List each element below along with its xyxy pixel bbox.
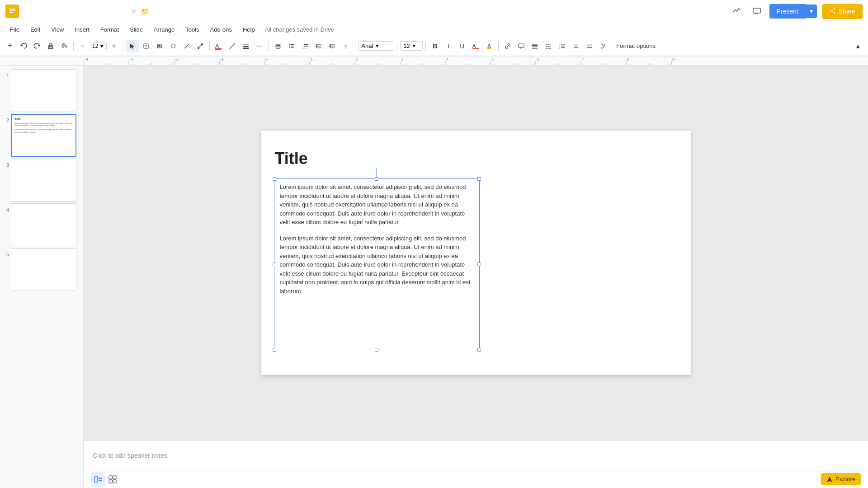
toolbar-num-list[interactable]: 123 <box>556 40 568 52</box>
separator-6 <box>397 42 397 51</box>
toolbar-image-tool[interactable] <box>153 40 166 52</box>
svg-line-9 <box>831 11 835 13</box>
svg-point-19 <box>171 44 175 48</box>
filmstrip-view-button[interactable] <box>91 472 105 487</box>
toolbar-add-button[interactable]: + <box>4 40 16 52</box>
svg-rect-2 <box>9 10 15 11</box>
format-options-button[interactable]: Format options <box>612 41 660 51</box>
toolbar-numbers[interactable]: 1.2.3. <box>299 40 311 52</box>
slide-thumbnail-5[interactable] <box>11 248 76 291</box>
present-dropdown-button[interactable]: ▼ <box>806 5 817 18</box>
toolbar-line-dash[interactable] <box>253 40 266 52</box>
handle-top-left[interactable] <box>273 177 276 181</box>
slide-thumbnail-4[interactable] <box>11 203 76 246</box>
menu-help[interactable]: Help <box>238 24 259 35</box>
svg-rect-30 <box>275 44 281 45</box>
slide-number-2: 2 <box>2 117 9 123</box>
activity-icon[interactable] <box>730 4 744 19</box>
handle-bottom-center[interactable] <box>375 348 378 352</box>
slide-thumbnail-1[interactable] <box>11 69 76 112</box>
slide-thumb-container-5: 5 <box>2 248 81 291</box>
handle-bottom-right[interactable] <box>477 348 481 352</box>
toolbar-indent-less[interactable] <box>312 40 325 52</box>
menu-edit[interactable]: Edit <box>26 24 45 35</box>
svg-rect-4 <box>753 8 760 13</box>
toolbar-collapse[interactable]: ▲ <box>852 40 864 52</box>
toolbar-indent-more[interactable] <box>326 40 339 52</box>
slide-title-text[interactable]: Title <box>275 149 308 168</box>
separator-4 <box>269 42 269 51</box>
toolbar-special[interactable]: 𝓨 <box>340 40 352 52</box>
font-selector[interactable]: Arial ▼ <box>358 41 394 51</box>
comments-icon[interactable] <box>750 4 764 19</box>
toolbar-line-weight[interactable] <box>240 40 252 52</box>
menu-tools[interactable]: Tools <box>181 24 203 35</box>
toolbar-comment[interactable] <box>515 40 528 52</box>
star-icon[interactable]: ☆ <box>131 8 137 15</box>
presentation-title[interactable]: Untitled presentation <box>23 7 127 16</box>
toolbar-line-color[interactable] <box>226 40 239 52</box>
toolbar-link[interactable] <box>501 40 514 52</box>
slide-thumb-container-3: 3 <box>2 159 81 202</box>
toolbar-indent1[interactable] <box>569 40 582 52</box>
toolbar-zoom-out[interactable]: − <box>76 40 89 52</box>
handle-bottom-left[interactable] <box>273 348 276 352</box>
svg-point-22 <box>202 43 203 45</box>
notes-area[interactable]: Click to add speaker notes <box>84 441 868 470</box>
svg-rect-41 <box>304 44 308 45</box>
menu-view[interactable]: View <box>47 24 68 35</box>
slide-thumbnail-2[interactable]: Title Lorem ipsum dolor sit amet, consec… <box>11 114 76 157</box>
slide-panel: 1 2 Title Lorem ipsum dolor sit amet, co… <box>0 66 84 488</box>
explore-button[interactable]: Explore <box>821 473 861 485</box>
toolbar-clear-format[interactable]: 𝓨 <box>596 40 609 52</box>
toolbar-bullets[interactable] <box>285 40 298 52</box>
toolbar-paint-button[interactable] <box>58 40 71 52</box>
toolbar-cursor-tool[interactable] <box>126 40 139 52</box>
zoom-selector[interactable]: 12▼ <box>90 42 107 50</box>
toolbar-fill-color[interactable]: A <box>212 40 225 52</box>
font-size-selector[interactable]: 12 ▼ <box>400 41 423 51</box>
slide-container[interactable]: Title Lorem ipsum dol <box>261 131 691 375</box>
toolbar-text-tool[interactable] <box>140 40 152 52</box>
toolbar-align[interactable] <box>272 40 284 52</box>
svg-marker-57 <box>488 44 491 47</box>
menu-addons[interactable]: Add-ons <box>206 24 236 35</box>
toolbar-text-align[interactable] <box>528 40 541 52</box>
toolbar-underline[interactable]: U <box>456 40 468 52</box>
menu-arrange[interactable]: Arrange <box>149 24 179 35</box>
slide-paragraph-2: Lorem ipsum dolor sit amet, consectetur … <box>280 234 474 296</box>
slide-text-box[interactable]: Lorem ipsum dolor sit amet, consectetur … <box>274 178 480 350</box>
toolbar-line-tool[interactable] <box>180 40 193 52</box>
handle-middle-right[interactable] <box>477 263 481 266</box>
slide-thumbnail-3[interactable] <box>11 159 76 202</box>
menu-file[interactable]: File <box>5 24 24 35</box>
toolbar-shapes-tool[interactable] <box>167 40 179 52</box>
toolbar-connector-tool[interactable] <box>194 40 207 52</box>
toolbar-bullet-list[interactable] <box>542 40 555 52</box>
toolbar-italic[interactable]: I <box>442 40 455 52</box>
svg-line-25 <box>230 43 235 49</box>
notes-placeholder-text[interactable]: Click to add speaker notes <box>93 452 167 459</box>
toolbar-redo-button[interactable] <box>31 40 43 52</box>
svg-rect-130 <box>113 480 116 483</box>
grid-view-button[interactable] <box>105 472 120 487</box>
menu-insert[interactable]: Insert <box>70 24 94 35</box>
handle-top-right[interactable] <box>477 177 481 181</box>
present-button[interactable]: Present <box>769 4 806 19</box>
toolbar-indent2[interactable] <box>583 40 595 52</box>
toolbar-print-button[interactable] <box>44 40 57 52</box>
slide-canvas[interactable]: Title Lorem ipsum dol <box>84 66 868 441</box>
toolbar-zoom-in[interactable]: + <box>108 40 120 52</box>
menu-slide[interactable]: Slide <box>125 24 147 35</box>
present-button-group: Present ▼ <box>769 4 817 19</box>
svg-point-64 <box>546 44 547 45</box>
share-button[interactable]: Share <box>822 4 863 19</box>
handle-top-center[interactable] <box>375 177 378 181</box>
folder-icon[interactable]: 📁 <box>141 7 150 16</box>
handle-middle-left[interactable] <box>273 263 276 266</box>
toolbar-bold[interactable]: B <box>429 40 441 52</box>
toolbar-text-color[interactable]: A <box>469 40 482 52</box>
menu-format[interactable]: Format <box>96 24 123 35</box>
toolbar-highlight[interactable] <box>483 40 495 52</box>
toolbar-undo-button[interactable] <box>17 40 30 52</box>
